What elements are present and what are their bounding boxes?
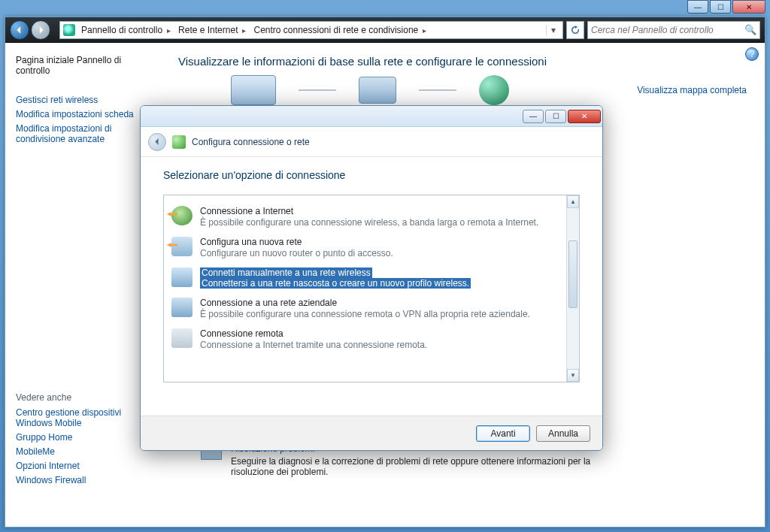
network-icon (359, 77, 396, 104)
dialog-title: Configura connessione o rete (192, 137, 310, 147)
connection-option[interactable]: Connessione remotaConnessione a Internet… (168, 324, 562, 355)
scroll-up-button[interactable]: ▲ (567, 195, 579, 208)
full-map-link[interactable]: Visualizza mappa completa (637, 85, 750, 95)
help-icon[interactable]: ? (745, 47, 759, 61)
option-title: Connessione a Internet (200, 206, 538, 216)
option-subtitle: È possibile configurare una connessione … (200, 217, 538, 228)
wizard-icon (172, 135, 186, 149)
scroll-thumb[interactable] (568, 240, 578, 308)
scroll-down-button[interactable]: ▼ (567, 369, 579, 382)
option-subtitle: Connessione a Internet tramite una conne… (200, 340, 427, 350)
option-icon (171, 206, 192, 225)
option-icon (171, 328, 192, 348)
connection-option[interactable]: Connessione a una rete aziendaleÈ possib… (168, 293, 562, 324)
map-connector (419, 89, 456, 91)
dialog-maximize-button[interactable]: ☐ (545, 110, 566, 123)
map-connector (299, 89, 336, 91)
option-title: Connetti manualmente a una rete wireless (200, 268, 372, 278)
troubleshoot-desc: Eseguire la diagnosi e la correzione di … (231, 456, 622, 477)
internet-icon (479, 75, 509, 105)
dialog-back-button[interactable] (148, 133, 166, 151)
search-box[interactable]: 🔍 (587, 21, 760, 39)
connection-option[interactable]: Connessione a InternetÈ possibile config… (168, 201, 562, 232)
sidebar-link[interactable]: Modifica impostazioni scheda (16, 109, 153, 119)
forward-button[interactable] (31, 20, 50, 40)
back-button[interactable] (10, 20, 29, 40)
option-title: Configura una nuova rete (200, 237, 393, 247)
network-map: Visualizza mappa completa (178, 75, 750, 105)
option-subtitle: Connettersi a una rete nascosta o creare… (200, 278, 471, 289)
option-icon (171, 268, 192, 287)
sidebar-see-also[interactable]: Centro gestione dispositivi Windows Mobi… (16, 407, 153, 428)
sidebar-see-also[interactable]: MobileMe (16, 446, 153, 457)
sidebar-see-also[interactable]: Gruppo Home (16, 432, 153, 443)
network-center-icon (63, 24, 75, 36)
option-subtitle: È possibile configurare una connessione … (200, 309, 530, 319)
search-input[interactable] (591, 25, 744, 35)
computer-icon (231, 75, 276, 105)
connection-option[interactable]: Connetti manualmente a una rete wireless… (168, 263, 562, 293)
dialog-close-button[interactable]: ✕ (568, 110, 601, 123)
option-icon (171, 298, 192, 317)
page-heading: Visualizzare le informazioni di base sul… (178, 55, 750, 68)
sidebar-link[interactable]: Gestisci reti wireless (16, 95, 153, 105)
sidebar-home-link[interactable]: Pagina iniziale Pannello di controllo (16, 55, 153, 76)
dialog-titlebar: — ☐ ✕ (141, 106, 602, 127)
search-icon: 🔍 (744, 24, 756, 35)
dialog-minimize-button[interactable]: — (523, 110, 544, 123)
breadcrumb-seg[interactable]: Centro connessioni di rete e condivision… (250, 25, 431, 35)
option-subtitle: Configurare un nuovo router o punto di a… (200, 248, 393, 258)
breadcrumb-seg[interactable]: Rete e Internet (175, 25, 250, 35)
scrollbar[interactable]: ▲ ▼ (566, 195, 579, 382)
option-icon (171, 237, 192, 256)
maximize-button[interactable]: ☐ (710, 0, 731, 14)
breadcrumb[interactable]: Pannello di controllo Rete e Internet Ce… (59, 21, 563, 39)
sidebar-link[interactable]: Modifica impostazioni di condivisione av… (16, 123, 153, 144)
dialog-footer: Avanti Annulla (141, 416, 602, 450)
sidebar-see-also[interactable]: Opzioni Internet (16, 461, 153, 471)
window-controls: — ☐ ✕ (5, 0, 765, 17)
see-also-header: Vedere anche (16, 392, 153, 403)
option-title: Connessione a una rete aziendale (200, 298, 530, 308)
minimize-button[interactable]: — (687, 0, 708, 14)
address-bar: Pannello di controllo Rete e Internet Ce… (5, 17, 765, 43)
breadcrumb-seg[interactable]: Pannello di controllo (78, 25, 175, 35)
connection-option[interactable]: Configura una nuova reteConfigurare un n… (168, 232, 562, 263)
dialog-header: Configura connessione o rete (141, 127, 602, 157)
option-title: Connessione remota (200, 328, 427, 339)
close-button[interactable]: ✕ (732, 0, 765, 14)
breadcrumb-dropdown[interactable]: ▾ (546, 25, 559, 35)
cancel-button[interactable]: Annulla (536, 425, 590, 442)
sidebar-see-also[interactable]: Windows Firewall (16, 475, 153, 485)
dialog-heading: Selezionare un'opzione di connessione (163, 169, 580, 181)
next-button[interactable]: Avanti (476, 425, 530, 442)
wizard-dialog: — ☐ ✕ Configura connessione o rete Selez… (140, 105, 603, 451)
refresh-button[interactable] (566, 21, 584, 39)
option-list: Connessione a InternetÈ possibile config… (163, 195, 580, 382)
